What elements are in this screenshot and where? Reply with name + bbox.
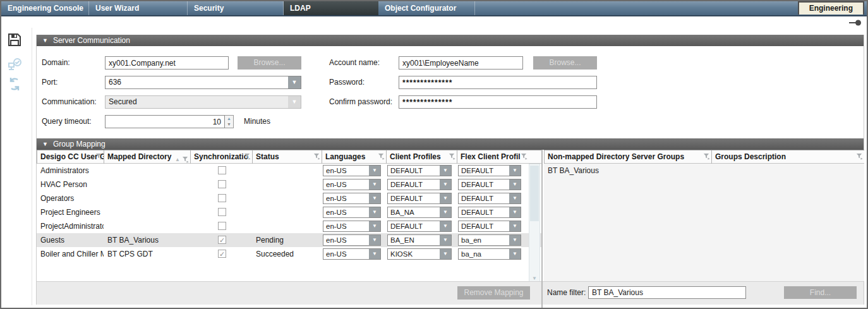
find-button[interactable]: Find... (784, 286, 857, 299)
flex-client-profile-select[interactable]: DEFAULT▼ (458, 207, 521, 218)
account-browse-button[interactable]: Browse... (533, 56, 597, 70)
table-row[interactable]: ProjectAdministratorsen-US▼DEFAULT▼DEFAU… (37, 219, 542, 233)
column-header[interactable]: Desigo CC User G (37, 150, 104, 164)
flex-client-profile-select[interactable]: DEFAULT▼ (458, 179, 521, 190)
language-select[interactable]: en-US▼ (323, 207, 381, 218)
dropdown-arrow-icon[interactable]: ▼ (440, 221, 451, 231)
sync-checkbox[interactable]: ✓ (218, 236, 226, 244)
confirm-password-input[interactable] (399, 95, 597, 109)
query-timeout-input[interactable] (105, 115, 225, 128)
test-connection-icon[interactable] (8, 57, 21, 71)
column-header[interactable]: Status (252, 150, 322, 164)
dropdown-arrow-icon[interactable]: ▼ (440, 249, 451, 259)
filter-icon[interactable] (703, 153, 710, 160)
column-header[interactable]: Languages (322, 150, 386, 164)
group-mapping-header[interactable]: ▼Group Mapping (37, 138, 864, 150)
dropdown-arrow-icon[interactable]: ▼ (509, 207, 521, 217)
port-select[interactable]: 636 ▼ (105, 76, 301, 89)
dropdown-arrow-icon[interactable]: ▼ (440, 193, 451, 203)
client-profile-select[interactable]: DEFAULT▼ (387, 221, 452, 232)
column-header[interactable]: Mapped Directory▲ (104, 150, 190, 164)
dropdown-arrow-icon[interactable]: ▼ (369, 207, 380, 217)
sync-checkbox[interactable] (218, 208, 226, 216)
table-row[interactable]: GuestsBT BA_Various✓Pendingen-US▼BA_EN▼b… (37, 233, 542, 247)
save-icon[interactable] (8, 33, 21, 47)
tab-user-wizard[interactable]: User Wizard (89, 1, 188, 15)
grid-splitter[interactable] (541, 150, 543, 309)
column-header[interactable]: Client Profiles (386, 150, 457, 164)
dropdown-arrow-icon[interactable]: ▼ (440, 235, 451, 245)
column-header[interactable]: Non-mapped Directory Server Groups (544, 150, 711, 164)
filter-icon[interactable] (182, 156, 189, 163)
column-header[interactable]: Synchronizatio (190, 150, 252, 164)
dropdown-arrow-icon[interactable]: ▼ (509, 166, 521, 176)
vertical-scrollbar[interactable]: ▼ (529, 164, 540, 282)
server-communication-header[interactable]: ▼Server Communication (37, 35, 864, 46)
sync-checkbox[interactable] (218, 194, 226, 202)
sync-checkbox[interactable]: ✓ (218, 250, 226, 258)
tab-security[interactable]: Security (188, 1, 284, 15)
filter-icon[interactable] (244, 153, 251, 160)
filter-icon[interactable] (449, 153, 455, 160)
sync-checkbox[interactable] (218, 180, 226, 188)
sync-checkbox[interactable] (218, 222, 226, 230)
dropdown-arrow-icon[interactable]: ▼ (369, 193, 380, 203)
client-profile-select[interactable]: DEFAULT▼ (387, 193, 452, 204)
password-input[interactable] (399, 76, 597, 89)
table-row[interactable]: BT BA_Various (544, 164, 864, 178)
refresh-icon[interactable] (8, 77, 21, 91)
domain-browse-button[interactable]: Browse... (238, 56, 301, 70)
dropdown-arrow-icon[interactable]: ▼ (440, 166, 451, 176)
filter-icon[interactable] (95, 153, 102, 160)
language-select[interactable]: en-US▼ (323, 234, 381, 246)
account-name-input[interactable] (399, 56, 523, 70)
table-row[interactable]: Administratorsen-US▼DEFAULT▼DEFAULT▼ (37, 164, 542, 178)
sync-checkbox[interactable] (218, 166, 226, 174)
language-select[interactable]: en-US▼ (323, 165, 381, 176)
tab-object-configurator[interactable]: Object Configurator (378, 1, 475, 15)
dropdown-arrow-icon[interactable]: ▼ (509, 235, 521, 245)
table-row[interactable]: Operatorsen-US▼DEFAULT▼DEFAULT▼ (37, 191, 542, 205)
domain-input[interactable] (105, 56, 229, 70)
scrollbar-thumb[interactable] (530, 166, 539, 221)
filter-icon[interactable] (313, 153, 320, 160)
remove-mapping-button[interactable]: Remove Mapping (457, 286, 530, 300)
tab-engineering-mode[interactable]: Engineering (798, 1, 864, 15)
language-select[interactable]: en-US▼ (323, 221, 381, 232)
dropdown-arrow-icon[interactable]: ▼ (509, 221, 521, 231)
language-select[interactable]: en-US▼ (323, 179, 381, 190)
table-row[interactable]: HVAC Personen-US▼DEFAULT▼DEFAULT▼ (37, 178, 542, 191)
dropdown-arrow-icon[interactable]: ▼ (288, 76, 301, 88)
flex-client-profile-select[interactable]: ba_na▼ (458, 248, 521, 260)
table-row[interactable]: Boiler and Chiller MngBT CPS GDT✓Succeed… (37, 247, 542, 261)
flex-client-profile-select[interactable]: DEFAULT▼ (458, 165, 521, 176)
dropdown-arrow-icon[interactable]: ▼ (369, 235, 380, 245)
scrollbar-down-arrow[interactable]: ▼ (529, 276, 539, 281)
client-profile-select[interactable]: DEFAULT▼ (387, 179, 452, 190)
column-header[interactable]: Groups Description (711, 150, 864, 164)
column-header[interactable]: Flex Client Profil (457, 150, 529, 164)
query-timeout-stepper[interactable]: ▲▼ (225, 115, 234, 128)
dropdown-arrow-icon[interactable]: ▼ (369, 249, 380, 259)
tab-engineering-console[interactable]: Engineering Console (1, 1, 89, 15)
tab-ldap[interactable]: LDAP (284, 1, 378, 15)
client-profile-select[interactable]: DEFAULT▼ (387, 165, 452, 176)
flex-client-profile-select[interactable]: DEFAULT▼ (458, 221, 521, 232)
client-profile-select[interactable]: BA_NA▼ (387, 207, 452, 218)
flex-client-profile-select[interactable]: DEFAULT▼ (458, 193, 521, 204)
dropdown-arrow-icon[interactable]: ▼ (369, 221, 380, 231)
pin-icon[interactable] (849, 19, 862, 28)
table-row[interactable]: Project Engineersen-US▼BA_NA▼DEFAULT▼ (37, 205, 542, 219)
filter-icon[interactable] (378, 153, 385, 160)
name-filter-input[interactable] (588, 286, 746, 299)
client-profile-select[interactable]: BA_EN▼ (387, 234, 452, 246)
dropdown-arrow-icon[interactable]: ▼ (509, 193, 521, 203)
flex-client-profile-select[interactable]: ba_en▼ (458, 234, 521, 246)
language-select[interactable]: en-US▼ (323, 193, 381, 204)
dropdown-arrow-icon[interactable]: ▼ (369, 166, 380, 176)
language-select[interactable]: en-US▼ (323, 248, 381, 260)
dropdown-arrow-icon[interactable]: ▼ (509, 249, 521, 259)
dropdown-arrow-icon[interactable]: ▼ (509, 179, 521, 190)
client-profile-select[interactable]: KIOSK▼ (387, 248, 452, 260)
dropdown-arrow-icon[interactable]: ▼ (440, 207, 451, 217)
